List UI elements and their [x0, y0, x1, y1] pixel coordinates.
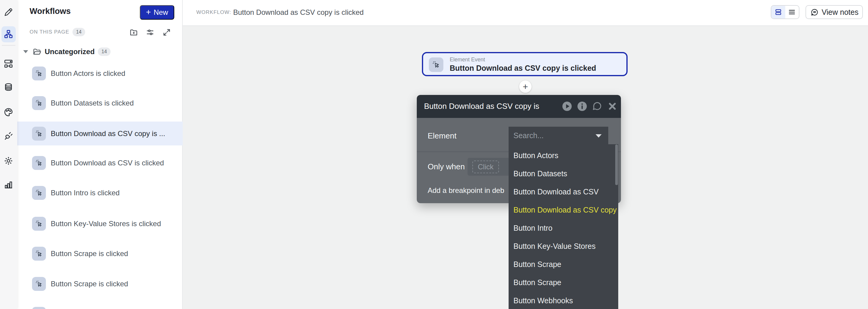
- plug-icon[interactable]: [3, 131, 13, 141]
- modal-header: Button Download as CSV copy is: [417, 95, 621, 118]
- automation-nodes-icon[interactable]: [3, 59, 13, 69]
- workflow-list-item[interactable]: Button Actors is clicked: [17, 61, 183, 85]
- view-notes-button[interactable]: View notes: [805, 5, 863, 19]
- database-icon[interactable]: [3, 83, 13, 93]
- element-option[interactable]: Button Intro: [508, 219, 618, 237]
- node-type-label: Element Event: [450, 57, 485, 63]
- app-root: Workflows + New ON THIS PAGE 14: [0, 0, 868, 309]
- cursor-click-icon: [32, 186, 46, 200]
- bar-chart-icon[interactable]: [3, 179, 13, 190]
- edit-pencil-icon[interactable]: [3, 7, 13, 17]
- element-option[interactable]: Button Actors: [508, 146, 618, 165]
- only-when-label: Only when: [428, 162, 465, 171]
- workflow-breadcrumb-title: Button Download as CSV copy is clicked: [233, 8, 364, 17]
- info-icon[interactable]: [577, 101, 588, 112]
- new-button-label: New: [154, 8, 168, 17]
- view-notes-label: View notes: [822, 8, 859, 17]
- workflow-list-item[interactable]: Button Download as CSV is clicked: [17, 151, 183, 175]
- workflow-list-item-partial-icon: [32, 307, 46, 309]
- comment-icon[interactable]: [592, 101, 603, 112]
- on-this-page-label: ON THIS PAGE: [30, 29, 69, 35]
- workflow-list-item[interactable]: Button Datasets is clicked: [17, 91, 183, 115]
- click-event-button[interactable]: Click: [472, 161, 499, 173]
- cursor-click-icon: [32, 96, 46, 110]
- open-folder-icon: [33, 47, 42, 57]
- expand-icon[interactable]: [162, 28, 171, 37]
- card-view-icon: [774, 8, 782, 16]
- element-search-input[interactable]: [514, 127, 589, 144]
- cursor-click-icon: [32, 66, 46, 80]
- list-view-toggle[interactable]: [785, 6, 799, 19]
- nav-rail: [0, 0, 17, 309]
- rail-divider: [2, 45, 16, 46]
- element-event-node[interactable]: Element Event Button Download as CSV cop…: [422, 52, 628, 76]
- node-title: Button Download as CSV copy is clicked: [450, 64, 596, 73]
- workflows-sitemap-icon[interactable]: [3, 29, 13, 39]
- topbar: WORKFLOW: Button Download as CSV copy is…: [183, 0, 868, 26]
- cursor-click-icon: [32, 217, 46, 231]
- element-option[interactable]: Button Scrape: [508, 273, 618, 291]
- chevron-down-icon[interactable]: [596, 134, 601, 138]
- view-mode-toggle: [771, 5, 800, 19]
- notes-bubble-icon: [810, 8, 819, 17]
- play-icon[interactable]: [561, 101, 572, 112]
- element-field-label: Element: [428, 131, 456, 141]
- element-search-box: [508, 127, 608, 144]
- cursor-click-icon: [32, 277, 46, 291]
- modal-header-actions: [561, 101, 618, 112]
- palette-icon[interactable]: [3, 107, 13, 117]
- dropdown-scrollbar-thumb[interactable]: [615, 144, 618, 185]
- cursor-click-icon: [32, 156, 46, 170]
- workflow-list-item[interactable]: Button Scrape is clicked: [17, 242, 183, 265]
- element-option[interactable]: Button Scrape: [508, 255, 618, 273]
- cursor-click-icon: [429, 57, 443, 72]
- plus-icon: +: [146, 7, 151, 17]
- list-view-icon: [788, 8, 796, 16]
- workflows-sidebar: Workflows + New ON THIS PAGE 14: [17, 0, 183, 309]
- new-workflow-button[interactable]: + New: [140, 5, 174, 20]
- element-options-list: Button Actors Button Datasets Button Dow…: [508, 144, 618, 309]
- new-folder-icon[interactable]: [129, 28, 138, 37]
- sidebar-title: Workflows: [30, 7, 71, 16]
- workflow-list-item[interactable]: Button Key-Value Stores is clicked: [17, 212, 183, 235]
- element-option[interactable]: Button Webhooks: [508, 291, 618, 309]
- add-step-button[interactable]: +: [519, 80, 532, 93]
- close-icon[interactable]: [607, 101, 618, 112]
- element-option[interactable]: Button Download as CSV: [508, 182, 618, 201]
- workflow-list-item[interactable]: Button Scrape is clicked: [17, 272, 183, 296]
- cursor-click-icon: [32, 127, 46, 141]
- filter-settings-icon[interactable]: [146, 28, 155, 37]
- workflow-breadcrumb-label: WORKFLOW:: [196, 9, 231, 16]
- cursor-click-icon: [32, 247, 46, 261]
- card-view-toggle[interactable]: [771, 6, 785, 19]
- on-this-page-count-badge: 14: [72, 28, 85, 36]
- workflow-list-item[interactable]: Button Intro is clicked: [17, 181, 183, 205]
- folder-collapse-caret[interactable]: [23, 50, 28, 53]
- breakpoint-option-label[interactable]: Add a breakpoint in deb: [428, 186, 504, 195]
- folder-count-badge: 14: [98, 48, 111, 56]
- element-option[interactable]: Button Key-Value Stores: [508, 237, 618, 255]
- workflow-list-item-selected[interactable]: Button Download as CSV copy is ...: [17, 121, 183, 145]
- gear-icon[interactable]: [3, 156, 13, 166]
- folder-name[interactable]: Uncategorized: [45, 48, 95, 56]
- element-option-selected[interactable]: Button Download as CSV copy: [508, 201, 618, 219]
- element-option[interactable]: Button Datasets: [508, 165, 618, 182]
- modal-title: Button Download as CSV copy is: [424, 102, 539, 111]
